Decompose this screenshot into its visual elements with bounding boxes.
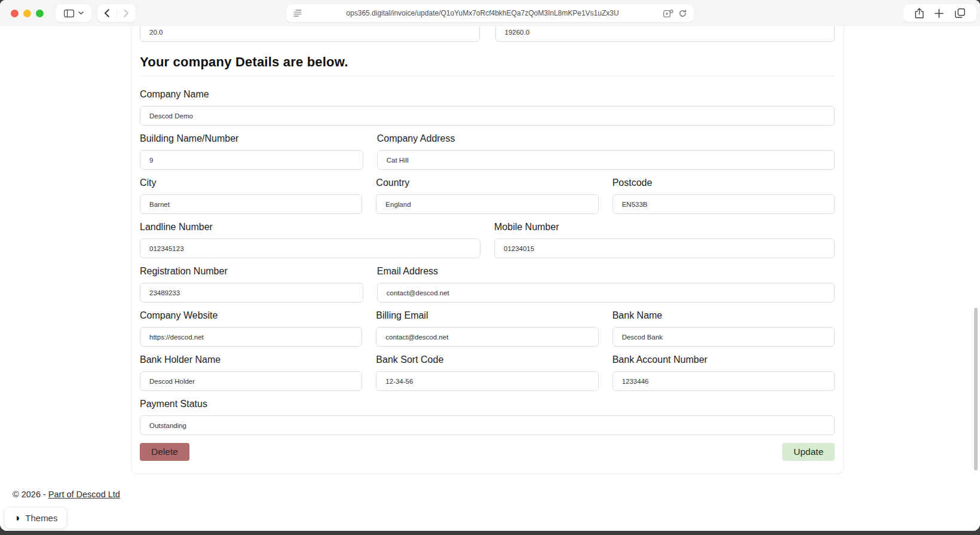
forward-button[interactable] — [117, 4, 136, 22]
bank-account-number-label: Bank Account Number — [612, 353, 835, 367]
country-field-group: Country — [376, 176, 598, 214]
company-link[interactable]: Part of Descod Ltd — [48, 490, 120, 499]
payment-status-field-group: Payment Status — [140, 397, 835, 435]
update-button[interactable]: Update — [782, 443, 835, 461]
page-title: Your company Details are below. — [140, 54, 835, 70]
delete-button[interactable]: Delete — [140, 443, 189, 461]
registration-number-input[interactable] — [140, 283, 363, 302]
building-name-number-label: Building Name/Number — [140, 132, 363, 146]
form-row: Company Name — [140, 87, 835, 126]
privacy-badge-icon[interactable] — [663, 10, 673, 17]
form-row: CityCountryPostcode — [140, 176, 835, 214]
heading-divider — [140, 76, 835, 77]
close-window-button[interactable] — [11, 10, 19, 17]
form-row: Landline NumberMobile Number — [140, 220, 835, 258]
company-website-field-group: Company Website — [140, 308, 362, 347]
share-icon[interactable] — [915, 8, 924, 19]
city-field-group: City — [140, 176, 362, 214]
form-actions: Delete Update — [140, 443, 835, 461]
company-name-field-group: Company Name — [140, 87, 835, 126]
billing-email-field-group: Billing Email — [376, 308, 598, 347]
landline-number-label: Landline Number — [140, 220, 480, 234]
company-details-card: Your company Details are below. Company … — [131, 19, 844, 474]
building-name-number-input[interactable] — [140, 150, 363, 170]
mobile-number-label: Mobile Number — [494, 220, 835, 234]
footer-copyright: © 2026 -Part of Descod Ltd — [13, 490, 120, 499]
address-bar-right-icons — [663, 10, 687, 17]
bank-name-field-group: Bank Name — [612, 308, 835, 347]
country-label: Country — [376, 176, 598, 190]
bank-account-number-field-group: Bank Account Number — [612, 353, 835, 391]
landline-number-field-group: Landline Number — [140, 220, 480, 258]
landline-number-input[interactable] — [140, 239, 480, 258]
reader-format-icon[interactable] — [293, 10, 302, 17]
company-address-input[interactable] — [377, 150, 835, 170]
payment-status-label: Payment Status — [140, 397, 835, 411]
postcode-field-group: Postcode — [612, 176, 835, 214]
copyright-text: © 2026 - — [13, 490, 46, 499]
sidebar-toggle-button[interactable] — [56, 4, 91, 22]
bank-sort-code-label: Bank Sort Code — [376, 353, 598, 367]
bank-account-number-input[interactable] — [612, 371, 835, 391]
email-address-label: Email Address — [377, 264, 835, 279]
new-tab-icon[interactable] — [935, 9, 944, 18]
billing-email-label: Billing Email — [376, 308, 598, 323]
sidebar-icon — [64, 10, 74, 17]
mobile-number-field-group: Mobile Number — [494, 220, 835, 258]
tab-overview-icon[interactable] — [955, 8, 965, 18]
nav-buttons — [97, 4, 136, 22]
company-address-label: Company Address — [377, 132, 835, 146]
form-row: Bank Holder NameBank Sort CodeBank Accou… — [140, 353, 835, 391]
mobile-number-input[interactable] — [494, 239, 835, 258]
postcode-label: Postcode — [612, 176, 835, 190]
toolbar-right-buttons — [904, 4, 976, 22]
email-address-input[interactable] — [377, 283, 835, 302]
back-button[interactable] — [97, 4, 117, 22]
city-label: City — [140, 176, 362, 190]
form-row: Company WebsiteBilling EmailBank Name — [140, 308, 835, 347]
email-address-field-group: Email Address — [377, 264, 835, 302]
zoom-window-button[interactable] — [36, 10, 44, 17]
traffic-lights — [11, 10, 44, 17]
bank-holder-name-input[interactable] — [140, 371, 362, 391]
chevron-down-icon — [78, 11, 84, 15]
postcode-input[interactable] — [612, 194, 835, 214]
address-bar[interactable]: ops365.digital/invoice/update/Q1oYuMx7oR… — [286, 4, 694, 22]
registration-number-label: Registration Number — [140, 264, 363, 279]
billing-email-input[interactable] — [376, 327, 598, 347]
form-row: Payment Status — [140, 397, 835, 435]
company-name-label: Company Name — [140, 87, 835, 102]
country-input[interactable] — [376, 194, 598, 214]
themes-label: Themes — [25, 513, 57, 523]
theme-contrast-icon: ◑ — [14, 513, 20, 523]
company-name-input[interactable] — [140, 106, 835, 126]
vertical-scrollbar-thumb[interactable] — [974, 308, 978, 470]
building-name-number-field-group: Building Name/Number — [140, 132, 363, 170]
bank-name-label: Bank Name — [612, 308, 835, 323]
bank-holder-name-label: Bank Holder Name — [140, 353, 362, 367]
bank-sort-code-input[interactable] — [376, 371, 598, 391]
page-content: Your company Details are below. Company … — [0, 26, 980, 531]
themes-toggle-button[interactable]: ◑ Themes — [5, 508, 66, 528]
payment-status-input[interactable] — [140, 415, 835, 435]
minimize-window-button[interactable] — [23, 10, 31, 17]
bank-holder-name-field-group: Bank Holder Name — [140, 353, 362, 391]
company-website-label: Company Website — [140, 308, 362, 323]
registration-number-field-group: Registration Number — [140, 264, 363, 302]
bank-name-input[interactable] — [612, 327, 835, 347]
form-row: Building Name/NumberCompany Address — [140, 132, 835, 170]
browser-window: ops365.digital/invoice/update/Q1oYuMx7oR… — [0, 0, 980, 531]
form-rows: Company NameBuilding Name/NumberCompany … — [140, 87, 835, 435]
browser-toolbar: ops365.digital/invoice/update/Q1oYuMx7oR… — [0, 0, 980, 26]
company-website-input[interactable] — [140, 327, 362, 347]
form-row: Registration NumberEmail Address — [140, 264, 835, 302]
reload-icon[interactable] — [679, 10, 687, 17]
url-text: ops365.digital/invoice/update/Q1oYuMx7oR… — [302, 9, 663, 17]
city-input[interactable] — [140, 194, 362, 214]
company-address-field-group: Company Address — [377, 132, 835, 170]
bank-sort-code-field-group: Bank Sort Code — [376, 353, 598, 391]
